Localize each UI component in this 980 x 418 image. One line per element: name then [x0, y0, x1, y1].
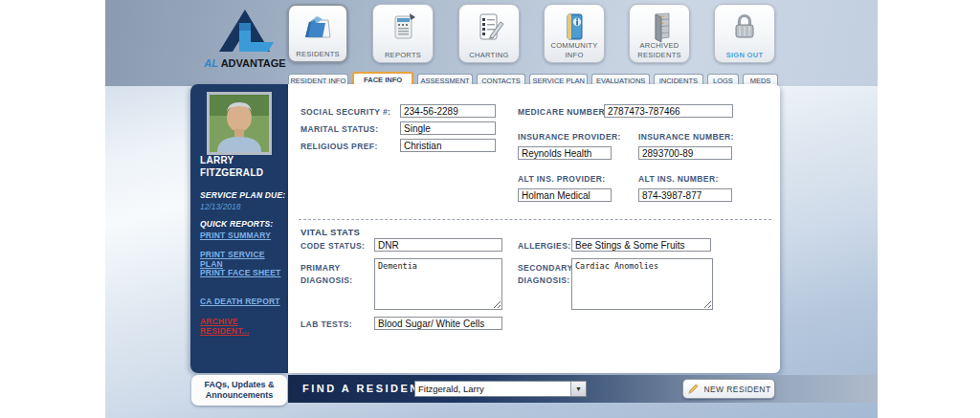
- insurance-number-input[interactable]: [638, 146, 732, 160]
- faqs-updates-button-label: FAQs, Updates & Announcements: [204, 380, 274, 402]
- section-divider: [299, 219, 771, 220]
- al-advantage-logo-text: AL ADVANTAGE: [201, 57, 289, 69]
- app-window: AL ADVANTAGE RESIDENTS REPORTS: [0, 0, 980, 418]
- archive-resident-link[interactable]: ARCHIVE RESIDENT...: [200, 317, 288, 336]
- resident-sidebar: LARRY FITZGERALD SERVICE PLAN DUE: 12/13…: [190, 84, 288, 373]
- resident-photo-image: [210, 95, 269, 152]
- reports-button[interactable]: REPORTS: [372, 4, 434, 63]
- marital-status-input[interactable]: [400, 121, 496, 135]
- alt-ins-number-input[interactable]: [638, 188, 732, 202]
- print-face-sheet-link[interactable]: PRINT FACE SHEET: [200, 268, 280, 277]
- resident-first-name: LARRY: [200, 154, 263, 166]
- pencil-icon: [687, 383, 700, 395]
- dropdown-arrow-icon[interactable]: ▼: [570, 382, 586, 396]
- ca-death-report-link[interactable]: CA DEATH REPORT: [200, 297, 280, 306]
- residents-folder-icon: [301, 11, 335, 45]
- lab-tests-label: LAB TESTS:: [301, 319, 352, 329]
- reports-button-label: REPORTS: [385, 51, 421, 59]
- sign-out-padlock-icon: [727, 10, 762, 44]
- insurance-provider-label: INSURANCE PROVIDER:: [518, 132, 621, 142]
- new-resident-button[interactable]: NEW RESIDENT: [682, 379, 775, 399]
- insurance-provider-input[interactable]: [518, 146, 612, 160]
- insurance-number-label: INSURANCE NUMBER:: [638, 132, 734, 142]
- archived-residents-button[interactable]: ARCHIVED RESIDENTS: [629, 4, 690, 63]
- social-security-input[interactable]: [400, 104, 496, 118]
- resident-name: LARRY FITZGERALD: [200, 154, 263, 179]
- alt-ins-provider-label: ALT INS. PROVIDER:: [518, 174, 606, 184]
- reports-document-icon: [386, 10, 420, 44]
- vital-stats-heading: VITAL STATS: [301, 227, 360, 237]
- charting-button[interactable]: CHARTING: [458, 4, 520, 63]
- lab-tests-input[interactable]: [374, 317, 502, 330]
- religious-pref-label: RELIGIOUS PREF:: [301, 142, 378, 151]
- print-summary-link[interactable]: PRINT SUMMARY: [200, 231, 271, 240]
- community-info-button[interactable]: COMMUNITY INFO: [544, 4, 605, 63]
- primary-diagnosis-label: PRIMARY DIAGNOSIS:: [301, 262, 369, 287]
- faq-label-line2: Announcements: [204, 390, 274, 401]
- resident-select-value: Fitzgerald, Larry: [415, 384, 570, 394]
- alt-ins-number-label: ALT INS. NUMBER:: [638, 174, 719, 184]
- archived-residents-button-label: ARCHIVED RESIDENTS: [630, 41, 689, 59]
- new-resident-button-label: NEW RESIDENT: [704, 385, 771, 394]
- resident-last-name: FITZGERALD: [200, 166, 263, 179]
- al-advantage-logo: AL ADVANTAGE: [201, 8, 289, 69]
- al-advantage-logo-icon: [201, 8, 289, 55]
- alt-ins-provider-input[interactable]: [518, 188, 612, 202]
- quick-reports-label: QUICK REPORTS:: [200, 219, 273, 229]
- social-security-label: SOCIAL SECURITY #:: [301, 107, 390, 117]
- residents-button-label: RESIDENTS: [296, 50, 340, 58]
- resident-select-dropdown[interactable]: Fitzgerald, Larry ▼: [414, 381, 587, 397]
- code-status-input[interactable]: [374, 238, 502, 252]
- marital-status-label: MARITAL STATUS:: [301, 124, 378, 134]
- religious-pref-input[interactable]: [400, 139, 496, 152]
- code-status-label: CODE STATUS:: [301, 241, 365, 251]
- resident-photo: [207, 92, 272, 155]
- medicare-number-label: MEDICARE NUMBER:: [518, 107, 608, 117]
- medicare-number-input[interactable]: [604, 104, 733, 118]
- service-plan-due-label: SERVICE PLAN DUE:: [200, 190, 285, 200]
- community-info-book-icon: [557, 10, 591, 44]
- secondary-diagnosis-label: SECONDARY DIAGNOSIS:: [518, 262, 573, 287]
- service-plan-due-date: 12/13/2018: [200, 202, 241, 211]
- faqs-updates-button[interactable]: FAQs, Updates & Announcements: [191, 375, 287, 406]
- charting-checklist-icon: [472, 10, 506, 44]
- residents-button[interactable]: RESIDENTS: [287, 4, 348, 63]
- archived-cabinet-icon: [642, 10, 677, 44]
- charting-button-label: CHARTING: [469, 51, 508, 59]
- sign-out-button-label: SIGN OUT: [726, 51, 764, 59]
- allergies-input[interactable]: [571, 238, 711, 252]
- find-resident-bar: FIND A RESIDENT: Fitzgerald, Larry ▼ NEW…: [288, 375, 878, 403]
- secondary-diagnosis-textarea[interactable]: Cardiac Anomolies: [571, 258, 713, 310]
- print-service-plan-link[interactable]: PRINT SERVICE PLAN: [200, 250, 288, 269]
- sign-out-button[interactable]: SIGN OUT: [714, 4, 775, 63]
- community-info-button-label: COMMUNITY INFO: [545, 41, 604, 59]
- faq-label-line1: FAQs, Updates &: [204, 380, 274, 390]
- allergies-label: ALLERGIES:: [518, 241, 570, 251]
- primary-diagnosis-textarea[interactable]: Dementia: [374, 258, 502, 310]
